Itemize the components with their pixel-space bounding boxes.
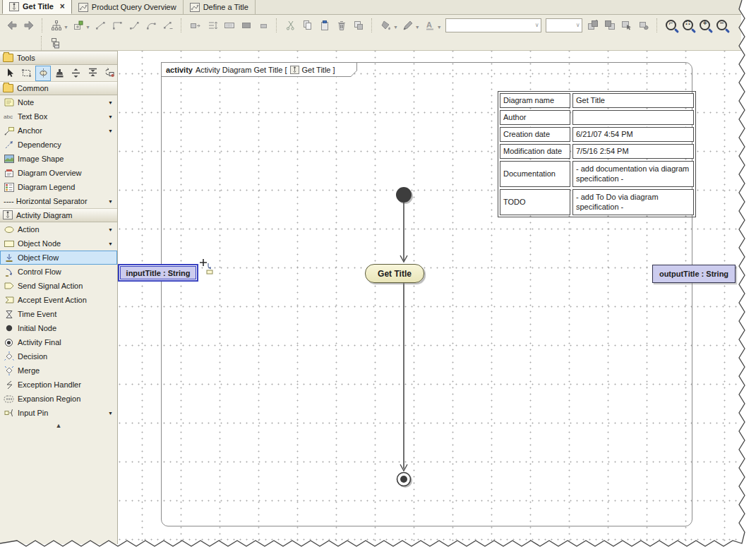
activity-diagram-section-header[interactable]: Activity Diagram	[0, 208, 117, 222]
zoom-out-icon[interactable]: −	[714, 18, 731, 33]
add-element-icon[interactable]	[70, 18, 87, 33]
palette-item-input-pin[interactable]: Input Pin▼	[0, 406, 117, 420]
diagram-canvas[interactable]: activity Activity Diagram Get Title [ Ge…	[118, 51, 741, 544]
dropdown-arrow-icon[interactable]: ▼	[415, 25, 420, 30]
autosize-height-icon[interactable]	[204, 18, 221, 33]
zoom-combobox[interactable]: ∨	[546, 18, 582, 32]
palette-item-diagram-legend[interactable]: Diagram Legend	[0, 180, 117, 194]
activity-parameter-output-title[interactable]: outputTitle : String	[652, 265, 736, 283]
dropdown-arrow-icon[interactable]: ▼	[393, 25, 398, 30]
palette-item-diagram-overview[interactable]: Diagram Overview	[0, 166, 117, 180]
tools-section-header[interactable]: Tools	[0, 51, 117, 65]
palette-item-anchor[interactable]: Anchor▼	[0, 124, 117, 138]
delete-icon[interactable]	[333, 18, 350, 33]
zoom-in-icon[interactable]: +	[697, 18, 714, 33]
back-icon[interactable]	[4, 18, 20, 33]
dropdown-arrow-icon[interactable]: ▼	[108, 411, 114, 416]
pen-color-icon[interactable]	[400, 18, 416, 33]
dropdown-arrow-icon[interactable]: ▼	[108, 128, 114, 133]
palette-item-time-event[interactable]: Time Event	[0, 307, 117, 321]
activity-parameter-input-title[interactable]: inputTitle : String	[118, 264, 198, 282]
containment-tree-icon[interactable]	[47, 35, 64, 51]
dropdown-arrow-icon[interactable]: ▼	[108, 241, 114, 246]
palette-item-action[interactable]: Action▼	[0, 222, 117, 236]
dropdown-arrow-icon[interactable]: ▼	[108, 100, 114, 105]
initial-node-icon	[4, 324, 14, 332]
font-color-icon[interactable]: A	[421, 18, 438, 33]
common-section-header[interactable]: Common	[0, 81, 117, 95]
draw-line-straight-icon[interactable]	[92, 18, 109, 33]
palette-item-exception-handler[interactable]: Exception Handler	[0, 378, 117, 392]
paste-icon[interactable]	[316, 18, 333, 33]
chevron-down-icon[interactable]: ∨	[576, 22, 580, 28]
tab-get-title[interactable]: Get Title ×	[2, 0, 72, 14]
zoom-region-icon[interactable]: ⌐	[663, 18, 680, 33]
initial-node[interactable]	[396, 187, 412, 203]
draw-line-bezier-icon[interactable]	[160, 18, 176, 33]
dropdown-arrow-icon[interactable]: ▼	[108, 227, 114, 232]
reset-style-icon[interactable]	[635, 18, 652, 33]
action-icon	[4, 226, 14, 234]
fill-color-icon[interactable]	[378, 18, 395, 33]
pointer-tool-icon[interactable]	[2, 66, 18, 81]
textbox-icon: abc	[4, 112, 14, 121]
tab-product-query-overview[interactable]: Product Query Overview	[72, 0, 184, 14]
style-combobox[interactable]: ∨	[445, 18, 541, 32]
palette-item-accept-event-action[interactable]: Accept Event Action	[0, 293, 117, 307]
select-shape-icon[interactable]	[618, 18, 635, 33]
draw-line-curved-icon[interactable]	[143, 18, 160, 33]
shape-dark-icon[interactable]	[238, 18, 255, 33]
copy-icon[interactable]	[299, 18, 316, 33]
toolbar-separator	[656, 18, 660, 32]
show-grid-icon[interactable]	[221, 18, 238, 33]
content-diagram-icon	[78, 3, 88, 12]
folder-icon	[3, 84, 13, 92]
distribute-vertical-icon[interactable]	[68, 66, 84, 81]
palette-item-horizontal-separator[interactable]: ---- Horizontal Separator▼	[0, 194, 117, 208]
accept-event-icon	[4, 296, 14, 304]
action-node-get-title[interactable]: Get Title	[365, 264, 424, 283]
palette-item-dependency[interactable]: Dependency	[0, 138, 117, 152]
palette-item-initial-node[interactable]: Initial Node	[0, 321, 117, 335]
dropdown-arrow-icon[interactable]: ▼	[437, 25, 442, 30]
shape-light-icon[interactable]	[255, 18, 272, 33]
palette-item-label: Input Pin	[18, 409, 48, 417]
zoom-fit-icon[interactable]: ∷	[680, 18, 697, 33]
palette-item-object-flow[interactable]: Object Flow	[0, 251, 117, 265]
stamp-tool-icon[interactable]	[52, 66, 67, 81]
dropdown-arrow-icon[interactable]: ▼	[85, 25, 90, 30]
palette-item-note[interactable]: Note▼	[0, 95, 117, 109]
marquee-tool-icon[interactable]	[18, 66, 34, 81]
dependency-icon	[4, 140, 14, 150]
cut-icon[interactable]	[282, 18, 299, 33]
dropdown-arrow-icon[interactable]: ▼	[64, 25, 68, 30]
scroll-up-arrow-icon: ▲	[56, 422, 62, 429]
palette-item-send-signal-action[interactable]: Send Signal Action	[0, 279, 117, 293]
layout-tree-icon[interactable]	[48, 18, 65, 33]
paste-duplicate-icon[interactable]	[350, 18, 367, 33]
autosize-width-icon[interactable]	[187, 18, 204, 33]
palette-item-text-box[interactable]: abcText Box▼	[0, 109, 117, 124]
palette-item-decision[interactable]: Decision	[0, 349, 117, 363]
draw-line-oblique-icon[interactable]	[126, 18, 143, 33]
chevron-down-icon[interactable]: ∨	[535, 22, 539, 28]
palette-item-control-flow[interactable]: Control Flow	[0, 265, 117, 279]
palette-item-label: Image Shape	[18, 155, 64, 163]
palette-item-merge[interactable]: Merge	[0, 363, 117, 378]
palette-scroll-up[interactable]: ▲	[0, 420, 117, 431]
dropdown-arrow-icon[interactable]: ▼	[108, 199, 114, 204]
swap-element-icon[interactable]	[102, 66, 117, 81]
tab-close-icon[interactable]: ×	[60, 3, 65, 10]
palette-item-image-shape[interactable]: Image Shape	[0, 152, 117, 166]
forward-icon[interactable]	[20, 18, 37, 33]
dropdown-arrow-icon[interactable]: ▼	[108, 114, 114, 119]
draw-line-rectilinear-icon[interactable]	[109, 18, 126, 33]
flow-draw-tool-icon[interactable]	[35, 66, 51, 81]
bring-to-front-icon[interactable]	[584, 18, 601, 33]
send-to-back-icon[interactable]	[601, 18, 618, 33]
compress-vertical-icon[interactable]	[85, 66, 100, 81]
tab-define-a-title[interactable]: Define a Title	[184, 0, 256, 14]
palette-item-activity-final[interactable]: Activity Final	[0, 335, 117, 349]
palette-item-expansion-region[interactable]: Expansion Region	[0, 392, 117, 406]
palette-item-object-node[interactable]: Object Node▼	[0, 236, 117, 251]
